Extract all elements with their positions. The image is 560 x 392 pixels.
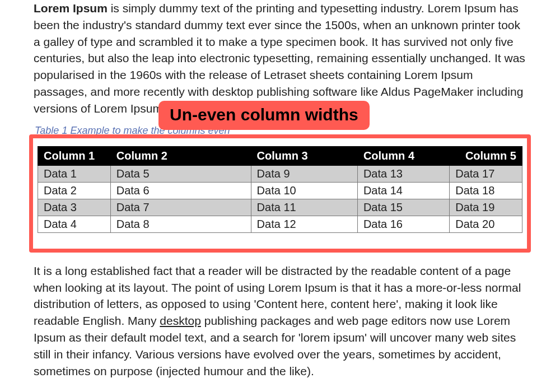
table-cell: Data 12 xyxy=(251,216,357,232)
table-row: Data 4 Data 8 Data 12 Data 16 Data 20 xyxy=(38,216,522,232)
table-cell: Data 11 xyxy=(251,199,357,216)
table-header-cell: Column 5 xyxy=(450,146,522,165)
intro-lead: Lorem Ipsum xyxy=(34,2,108,15)
table-cell: Data 19 xyxy=(450,199,522,216)
table-cell: Data 9 xyxy=(251,165,357,182)
table-header-cell: Column 2 xyxy=(110,146,251,165)
table-cell: Data 4 xyxy=(38,216,111,232)
table-cell: Data 16 xyxy=(357,216,449,232)
table-cell: Data 17 xyxy=(450,165,522,182)
table-cell: Data 5 xyxy=(110,165,251,182)
table-row: Data 2 Data 6 Data 10 Data 14 Data 18 xyxy=(38,182,522,199)
intro-rest: is simply dummy text of the printing and… xyxy=(34,2,525,115)
example-table: Column 1 Column 2 Column 3 Column 4 Colu… xyxy=(38,146,522,233)
table-cell: Data 20 xyxy=(450,216,522,232)
table-row: Data 3 Data 7 Data 11 Data 15 Data 19 xyxy=(38,199,522,216)
desktop-link[interactable]: desktop xyxy=(160,314,201,327)
document-page: Lorem Ipsum is simply dummy text of the … xyxy=(0,0,560,392)
table-header-cell: Column 1 xyxy=(38,146,111,165)
table-cell: Data 10 xyxy=(251,182,357,199)
intro-paragraph: Lorem Ipsum is simply dummy text of the … xyxy=(34,0,526,117)
table-cell: Data 2 xyxy=(38,182,111,199)
table-header-cell: Column 3 xyxy=(251,146,357,165)
table-cell: Data 1 xyxy=(38,165,111,182)
table-cell: Data 3 xyxy=(38,199,111,216)
second-paragraph: It is a long established fact that a rea… xyxy=(34,263,526,380)
table-cell: Data 14 xyxy=(357,182,449,199)
table-cell: Data 6 xyxy=(110,182,251,199)
table-cell: Data 8 xyxy=(110,216,251,232)
table-highlight-box: Column 1 Column 2 Column 3 Column 4 Colu… xyxy=(29,134,531,253)
table-cell: Data 15 xyxy=(357,199,449,216)
table-row: Data 1 Data 5 Data 9 Data 13 Data 17 xyxy=(38,165,522,182)
table-cell: Data 7 xyxy=(110,199,251,216)
table-header-row: Column 1 Column 2 Column 3 Column 4 Colu… xyxy=(38,146,522,165)
table-cell: Data 18 xyxy=(450,182,522,199)
table-header-cell: Column 4 xyxy=(357,146,449,165)
callout-label: Un-even column widths xyxy=(158,101,370,130)
table-cell: Data 13 xyxy=(357,165,449,182)
